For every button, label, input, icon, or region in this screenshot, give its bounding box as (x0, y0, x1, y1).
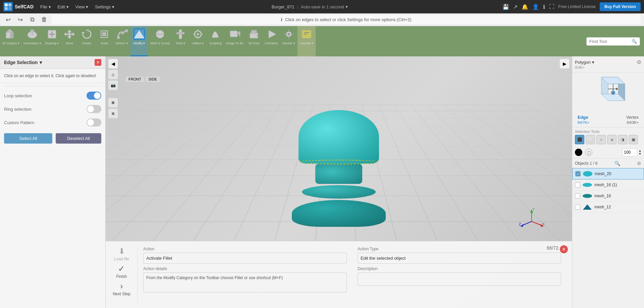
panel-description: Click on an edge to select it. Click aga… (0, 69, 105, 83)
toolbar-drawing[interactable]: Drawing ▾ (43, 26, 61, 56)
texture-btn[interactable]: ◌ (585, 149, 592, 156)
toolbar-animation[interactable]: Animation (263, 26, 280, 56)
toolbar-image-to-3d[interactable]: Image To 3D (224, 26, 245, 56)
load-file-label: Load file (114, 257, 129, 261)
ring-selection-toggle[interactable] (87, 105, 101, 113)
nav-home-button[interactable]: ⌂ (108, 70, 118, 79)
finish-button[interactable]: ✓ Finish (116, 264, 127, 279)
objects-count: Objects 1 / 6 (575, 161, 597, 166)
toolbar-stitch[interactable]: Stitch & Scoop (148, 26, 172, 56)
project-title: Burger_871 (272, 4, 294, 9)
polygon-dropdown-arrow: ▾ (592, 60, 594, 65)
obj-item-mesh16-1[interactable]: mesh_16 (1) (572, 179, 644, 191)
select-tool-other[interactable]: ▣ (629, 135, 638, 144)
share-icon[interactable]: ↗ (513, 4, 518, 10)
menu-file[interactable]: File ▾ (38, 3, 54, 11)
user-icon[interactable]: 👤 (532, 4, 539, 10)
obj-neck (315, 164, 362, 184)
toolbar-tutorials[interactable]: Tutorials ▾ (298, 26, 316, 56)
save-icon[interactable]: 💾 (502, 4, 509, 10)
info-icon[interactable]: ℹ (543, 4, 545, 10)
toolbar-3d-print[interactable]: 3D Print (245, 26, 263, 56)
obj-item-mesh20[interactable]: ✓ mesh_20 (572, 168, 644, 179)
redo-button[interactable]: ↪ (15, 15, 25, 24)
obj-name-mesh16-1: mesh_16 (1) (594, 183, 617, 187)
toolbar-move[interactable]: Move (61, 26, 78, 56)
search-icon[interactable]: 🔍 (632, 39, 637, 44)
toolbar-tools[interactable]: Tools ▾ (172, 26, 189, 56)
panel-close-button[interactable]: ✕ (95, 59, 101, 66)
nav-right-arrow[interactable]: ▶ (560, 59, 569, 68)
fullscreen-icon[interactable]: ⛶ (549, 4, 554, 10)
polygon-dropdown[interactable]: Polygon ▾ (575, 60, 594, 65)
custom-pattern-label: Custom Pattern (4, 120, 34, 125)
deselect-all-button[interactable]: Deselect All (56, 133, 101, 144)
objects-search-icon[interactable]: 🔍 (614, 161, 620, 166)
objects-gear-icon[interactable]: ⚙ (637, 161, 641, 166)
toolbar-label-stitch: Stitch & Scoop (150, 42, 170, 45)
next-step-button[interactable]: › Next Step (113, 281, 130, 296)
cube-preview-area (572, 72, 644, 112)
obj-checkbox-mesh12[interactable] (575, 204, 580, 210)
toolbar-3d-shapes[interactable]: 3D Shapes ▾ (0, 26, 21, 56)
toolbar-sculpting[interactable]: Sculpting (207, 26, 224, 56)
svg-marker-13 (64, 30, 75, 39)
obj-checkbox-mesh20[interactable]: ✓ (575, 171, 581, 176)
color-picker[interactable] (575, 149, 582, 156)
nav-left-arrow[interactable]: ◀ (108, 59, 118, 68)
toolbar-modify[interactable]: Modify ▾ (130, 26, 148, 56)
panel-buttons: Select All Deselect All (0, 129, 105, 148)
nav-compass-icon[interactable]: ⊕ (108, 98, 118, 107)
load-file-button[interactable]: ⬇ Load file (114, 247, 129, 261)
panel-title: Edge Selection ▾ (4, 60, 42, 65)
toolbar-generators[interactable]: Generators ▾ (21, 26, 43, 56)
autosave-arrow[interactable]: ▾ (345, 4, 348, 9)
viewport[interactable]: ◀ ⌂ 📷 ⊕ ⊞ ▶ FRONT SIDE Y (106, 56, 572, 308)
select-tool-lasso[interactable]: ⌀ (607, 135, 616, 144)
loop-selection-toggle[interactable] (87, 92, 101, 100)
opacity-input[interactable] (622, 148, 637, 156)
toolbar-rotate[interactable]: Rotate (78, 26, 96, 56)
toolbar-deform[interactable]: Deform ▾ (113, 26, 130, 56)
nav-camera-icon[interactable]: 📷 (108, 81, 118, 90)
svg-rect-19 (125, 30, 128, 32)
load-file-icon: ⬇ (118, 247, 125, 256)
select-tool-paint[interactable]: ◑ (618, 135, 627, 144)
tutorial-close-button[interactable]: ✕ (560, 245, 568, 253)
select-tool-sphere[interactable]: ○ (596, 135, 606, 144)
obj-item-mesh16[interactable]: mesh_16 (572, 191, 644, 202)
nav-zoom-icon[interactable]: ⊞ (108, 109, 118, 118)
opacity-stepper[interactable]: ▲▼ (639, 149, 641, 155)
bell-icon[interactable]: 🔔 (522, 4, 528, 10)
obj-checkbox-mesh16-1[interactable] (575, 182, 580, 188)
toolbar-utilities[interactable]: Utilities ▾ (189, 26, 207, 56)
menu-settings[interactable]: Settings ▾ (92, 3, 117, 11)
select-tool-cube[interactable]: ⬜ (586, 135, 595, 144)
autosave-text: Auto-save in 1 second (301, 4, 344, 9)
select-all-button[interactable]: Select All (4, 133, 52, 144)
selection-tools-label: Selection Tools (575, 130, 641, 134)
undo-button[interactable]: ↩ (3, 15, 13, 24)
tutorial-left: ⬇ Load file ✓ Finish › Next Step (111, 247, 138, 303)
logo[interactable]: SelfCAD (3, 2, 34, 11)
toolbar-render[interactable]: Render ▾ (280, 26, 298, 56)
svg-rect-3 (8, 7, 11, 10)
find-tool-input[interactable] (589, 39, 630, 44)
svg-point-27 (197, 33, 199, 36)
menu-view[interactable]: View ▾ (73, 3, 91, 11)
rp-mode-buttons: Edge 64/7K+ Vertex 64/3K+ (572, 112, 644, 127)
copy-button[interactable]: ⧉ (28, 15, 37, 24)
view-labels: FRONT SIDE (126, 76, 160, 82)
obj-thumb-mesh20 (583, 170, 593, 177)
menu-edit[interactable]: Edit ▾ (55, 3, 71, 11)
buy-button[interactable]: Buy Full Version (600, 2, 641, 11)
rp-gear-icon[interactable]: ⚙ (637, 59, 641, 65)
obj-thumb-mesh16-1 (582, 182, 592, 188)
select-tool-box[interactable]: ⬛ (575, 135, 584, 144)
obj-item-mesh12[interactable]: mesh_12 (572, 202, 644, 213)
toolbar-scale[interactable]: Scale (96, 26, 113, 56)
custom-pattern-toggle[interactable] (87, 118, 101, 126)
delete-button[interactable]: 🗑 (40, 15, 49, 24)
3d-object[interactable] (292, 110, 386, 217)
obj-checkbox-mesh16[interactable] (575, 193, 580, 199)
